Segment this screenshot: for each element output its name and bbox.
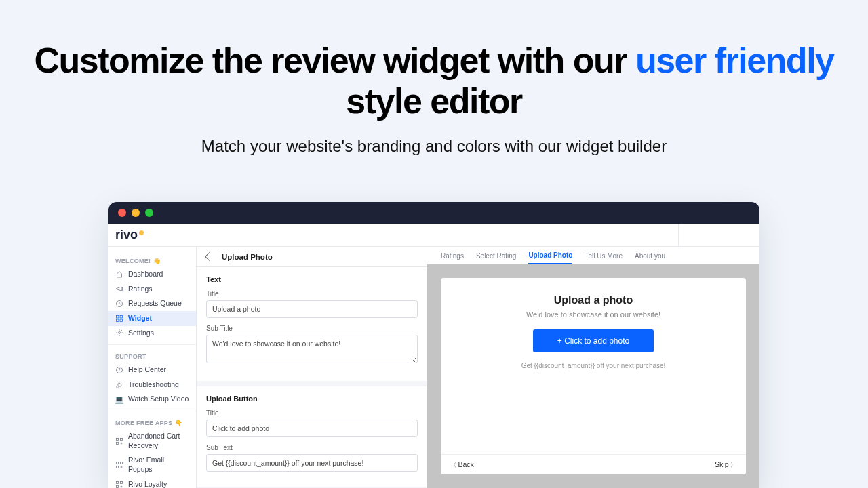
sidebar-item-label: Dashboard [128,270,163,279]
titlebar [108,202,760,224]
app-window: rivo WELCOME!👋 Dashboard Ratings Request… [108,202,760,488]
field-label-subtext: Sub Text [206,444,418,451]
svg-rect-1 [117,315,119,318]
sidebar-item-troubleshoot[interactable]: Troubleshooting [108,378,196,392]
laptop-icon: 💻 [115,395,123,403]
clock-icon [115,300,123,308]
main: WELCOME!👋 Dashboard Ratings Requests Que… [108,247,760,488]
chevron-right-icon: 〉 [728,462,736,468]
point-icon: 👇 [175,420,182,426]
hero-title-a: Customize the review widget with our [35,41,635,80]
maximize-icon[interactable] [145,209,153,217]
hero-title-accent: user friendly [635,41,834,80]
subtitle-input[interactable]: We'd love to showcase it on our website! [206,335,418,363]
card-upload-button: Upload Button Title Sub Text [197,386,427,488]
svg-rect-2 [120,315,123,318]
preview-subtitle: We'd love to showcase it on our website! [526,310,660,319]
sidebar-item-requests[interactable]: Requests Queue [108,296,196,311]
sidebar-item-video[interactable]: 💻Watch Setup Video [108,392,196,407]
dashboard-icon [115,270,123,279]
preview-column: Ratings Select Rating Upload Photo Tell … [427,247,760,488]
sidebar-item-label: Ratings [128,285,153,294]
svg-rect-8 [121,438,123,440]
tab-ratings[interactable]: Ratings [441,252,464,264]
minimize-icon[interactable] [132,209,140,217]
back-button[interactable]: 〈 Back [450,460,474,470]
form-column: Upload Photo Text Title Sub Title We'd l… [197,247,427,488]
svg-rect-7 [117,438,119,440]
svg-rect-13 [117,481,119,483]
hero-title: Customize the review widget with our use… [0,41,868,122]
preview-footer: 〈 Back Skip 〉 [441,454,746,474]
button-title-input[interactable] [206,420,418,437]
card-text: Text Title Sub Title We'd love to showca… [197,267,427,386]
svg-rect-14 [121,481,123,483]
add-photo-button[interactable]: + Click to add photo [533,329,654,352]
logo-dot-icon [139,230,144,235]
card-title: Upload Button [206,394,418,403]
field-label-title: Title [206,290,418,298]
sidebar: WELCOME!👋 Dashboard Ratings Requests Que… [108,247,197,488]
form-header-title: Upload Photo [222,253,273,261]
preview-tabs: Ratings Select Rating Upload Photo Tell … [427,247,760,264]
sidebar-item-abandoned[interactable]: Abandoned Cart Recovery [108,429,196,453]
svg-rect-9 [117,442,119,444]
wave-icon: 👋 [153,258,161,264]
sidebar-item-widget[interactable]: Widget [108,311,196,326]
svg-rect-11 [121,462,123,464]
sidebar-section-apps: MORE FREE APPS👇 [108,415,196,429]
tab-upload-photo[interactable]: Upload Photo [528,251,572,264]
sidebar-item-loyalty[interactable]: Rivo Loyalty [108,477,196,488]
sidebar-item-help[interactable]: Help Center [108,363,196,378]
field-label-btn-title: Title [206,409,418,417]
sidebar-item-settings[interactable]: Settings [108,326,196,341]
sidebar-item-dashboard[interactable]: Dashboard [108,267,196,282]
wrench-icon [115,381,123,389]
subtext-input[interactable] [206,454,418,472]
tab-tell-us-more[interactable]: Tell Us More [585,252,623,264]
sidebar-section-welcome: WELCOME!👋 [108,253,196,267]
topbar: rivo [108,224,760,247]
form-header: Upload Photo [197,247,427,267]
sidebar-item-label: Widget [128,314,152,323]
help-icon [115,366,123,374]
hero-title-b: style editor [346,81,521,121]
sidebar-item-ratings[interactable]: Ratings [108,282,196,297]
sidebar-item-label: Abandoned Cart Recovery [128,432,189,450]
sidebar-item-label: Help Center [128,365,166,375]
topbar-right [678,224,760,247]
preview-body: Upload a photo We'd love to showcase it … [427,264,760,488]
app-icon [115,437,123,445]
skip-button[interactable]: Skip 〉 [715,460,736,470]
tab-select-rating[interactable]: Select Rating [476,252,516,264]
title-input[interactable] [206,300,418,318]
sidebar-section-support: SUPPORT [108,349,196,363]
svg-rect-12 [117,466,119,468]
svg-rect-15 [117,485,119,487]
field-label-subtitle: Sub Title [206,325,418,332]
logo-text: rivo [115,228,138,242]
svg-rect-3 [117,319,119,322]
gear-icon [115,329,123,337]
preview-subtext: Get {{discount_amount}} off your next pu… [521,362,666,369]
sidebar-item-label: Settings [128,329,154,338]
widget-icon [115,314,123,323]
sidebar-item-label: Requests Queue [128,299,182,308]
sidebar-item-label: Troubleshooting [128,380,179,390]
preview-card: Upload a photo We'd love to showcase it … [441,278,746,474]
svg-rect-4 [120,319,123,322]
sidebar-item-popups[interactable]: Rivo: Email Popups [108,453,196,476]
tab-about-you[interactable]: About you [635,252,665,264]
hero-subtitle: Match your website's branding and colors… [0,137,868,156]
sidebar-item-label: Rivo: Email Popups [128,455,189,474]
back-icon[interactable] [205,252,214,261]
app-icon [115,461,123,469]
preview-title: Upload a photo [554,294,633,306]
app-icon [115,481,123,489]
close-icon[interactable] [118,209,126,217]
megaphone-icon [115,285,123,293]
sidebar-item-label: Watch Setup Video [128,394,189,404]
card-title: Text [206,275,418,283]
sidebar-item-label: Rivo Loyalty [128,480,167,488]
svg-point-5 [119,332,121,334]
